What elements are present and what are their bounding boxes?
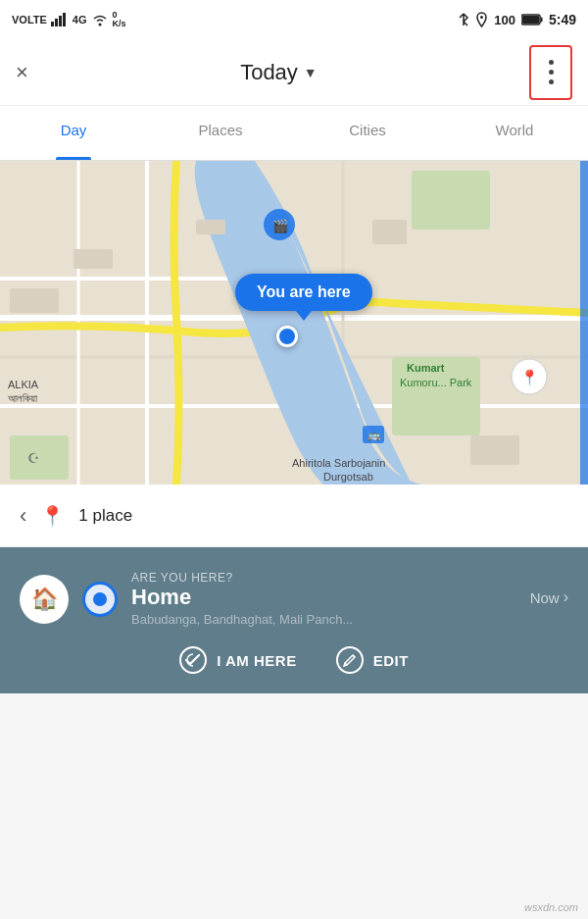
bottom-panel: 🏠 ARE YOU HERE? Home Now › Babudanga, Ba… (0, 547, 588, 693)
location-info: ARE YOU HERE? Home Now › Babudanga, Band… (131, 571, 568, 627)
svg-text:🚌: 🚌 (368, 428, 381, 441)
home-title-row: Home Now › (131, 585, 568, 610)
menu-dot-3 (549, 79, 554, 84)
tab-day[interactable]: Day (0, 106, 147, 160)
tab-world[interactable]: World (441, 106, 588, 160)
svg-rect-8 (540, 18, 542, 23)
map-edge-bar (580, 161, 588, 485)
menu-dot-1 (549, 60, 554, 65)
address-label: Babudanga, Bandhaghat, Mali Panch... (131, 612, 568, 627)
svg-text:☪: ☪ (27, 450, 40, 466)
bluetooth-icon (458, 12, 469, 27)
svg-text:📍: 📍 (520, 369, 539, 386)
edit-label: EDIT (373, 652, 409, 669)
close-button[interactable]: × (16, 60, 28, 85)
svg-rect-2 (59, 16, 62, 26)
check-circle-icon (179, 646, 207, 674)
location-dot-inner (93, 592, 107, 606)
pencil-icon (343, 653, 357, 667)
location-status-icon (475, 12, 488, 27)
status-right: 100 5:49 (458, 12, 576, 27)
svg-rect-1 (55, 19, 58, 26)
menu-dot-2 (549, 70, 554, 75)
svg-rect-22 (196, 220, 225, 234)
battery-icon (521, 14, 543, 26)
i-am-here-label: I AM HERE (217, 652, 296, 669)
speed-label: 0K/s (113, 11, 126, 28)
watermark: wsxdn.com (524, 901, 578, 913)
map-area[interactable]: ☪ 🚌 📍 🎬 You are here ALKIA আলকিয়া Kumar… (0, 161, 588, 485)
today-dropdown-arrow[interactable]: ▼ (304, 65, 318, 80)
chevron-right-icon[interactable]: › (564, 588, 568, 606)
edit-button[interactable]: EDIT (336, 646, 409, 674)
svg-rect-20 (10, 288, 59, 313)
today-title: Today ▼ (240, 60, 318, 85)
svg-point-5 (480, 16, 483, 19)
now-label: Now › (530, 588, 568, 606)
user-location-dot (276, 326, 298, 347)
tab-cities-label: Cities (349, 122, 386, 138)
svg-rect-17 (392, 357, 480, 435)
svg-rect-19 (412, 171, 490, 230)
summary-bar: ‹ 📍 1 place (0, 485, 588, 547)
map-svg: ☪ 🚌 📍 🎬 (0, 161, 588, 485)
svg-rect-0 (51, 22, 54, 26)
now-text: Now (530, 589, 560, 606)
svg-rect-3 (63, 13, 66, 26)
home-icon: 🏠 (31, 587, 58, 612)
tab-day-label: Day (61, 122, 87, 138)
location-dot-indicator (82, 582, 118, 617)
location-entry: 🏠 ARE YOU HERE? Home Now › Babudanga, Ba… (20, 571, 568, 627)
carrier-label: VOLTE (12, 14, 47, 26)
tab-cities[interactable]: Cities (294, 106, 441, 160)
signal-icon (51, 13, 69, 26)
checkmark-icon (185, 653, 201, 667)
top-bar: × Today ▼ (0, 39, 588, 106)
svg-text:🎬: 🎬 (272, 218, 289, 234)
tab-places-label: Places (198, 122, 242, 138)
status-bar: VOLTE 4G 0K/s 100 (0, 0, 588, 39)
time-label: 5:49 (549, 12, 576, 27)
svg-point-4 (98, 24, 101, 26)
are-you-here-label: ARE YOU HERE? (131, 571, 568, 585)
today-text: Today (240, 60, 298, 85)
wifi-icon (91, 13, 109, 26)
edit-circle-icon (336, 646, 364, 674)
svg-rect-23 (372, 220, 407, 244)
tab-bar: Day Places Cities World (0, 106, 588, 161)
battery-label: 100 (494, 13, 515, 27)
place-count-label: 1 place (78, 506, 132, 526)
status-left: VOLTE 4G 0K/s (12, 11, 126, 28)
overflow-menu-button[interactable] (529, 45, 572, 100)
back-button[interactable]: ‹ (20, 503, 26, 529)
tab-places[interactable]: Places (147, 106, 294, 160)
svg-rect-21 (74, 249, 113, 269)
4g-label: 4G (73, 14, 87, 26)
i-am-here-button[interactable]: I AM HERE (179, 646, 296, 674)
svg-rect-24 (470, 435, 519, 465)
tab-world-label: World (496, 122, 534, 138)
home-icon-circle: 🏠 (20, 575, 69, 624)
pin-icon: 📍 (40, 504, 65, 528)
home-title: Home (131, 585, 191, 610)
action-buttons: I AM HERE EDIT (20, 646, 568, 674)
you-are-here-label: You are here (235, 274, 372, 311)
svg-rect-7 (522, 16, 539, 24)
